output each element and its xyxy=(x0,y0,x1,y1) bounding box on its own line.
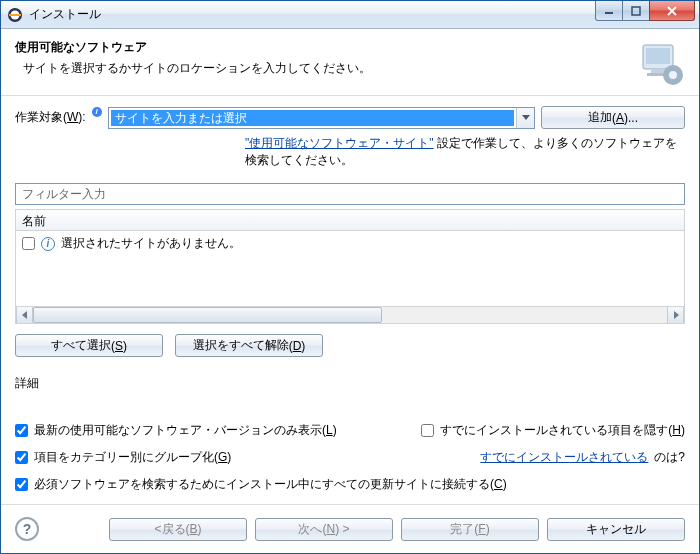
group-by-category-label: 項目をカテゴリー別にグループ化(G) xyxy=(34,449,231,466)
next-button[interactable]: 次へ(N) > xyxy=(255,518,393,541)
header-subtitle: サイトを選択するかサイトのロケーションを入力してください。 xyxy=(23,60,637,77)
cancel-button[interactable]: キャンセル xyxy=(547,518,685,541)
work-with-value: サイトを入力または選択 xyxy=(111,110,514,126)
app-icon xyxy=(7,7,23,23)
minimize-button[interactable] xyxy=(595,1,623,21)
show-latest-label: 最新の使用可能なソフトウェア・バージョンのみ表示(L) xyxy=(34,422,337,439)
contact-all-sites-checkbox[interactable] xyxy=(15,478,28,491)
svg-rect-3 xyxy=(632,7,640,15)
svg-rect-6 xyxy=(651,69,665,73)
svg-rect-5 xyxy=(646,48,670,64)
chevron-down-icon[interactable] xyxy=(516,108,534,128)
maximize-button[interactable] xyxy=(622,1,650,21)
scroll-left-icon[interactable] xyxy=(16,307,33,323)
back-button[interactable]: < 戻る(B) xyxy=(109,518,247,541)
group-by-category-checkbox[interactable] xyxy=(15,451,28,464)
svg-point-9 xyxy=(669,71,677,79)
tree-row: i 選択されたサイトがありません。 xyxy=(22,235,678,252)
install-icon xyxy=(637,39,685,87)
help-button[interactable]: ? xyxy=(15,517,39,541)
select-all-button[interactable]: すべて選択(S) xyxy=(15,334,163,357)
work-with-label: 作業対象(W): xyxy=(15,109,86,126)
scroll-right-icon[interactable] xyxy=(667,307,684,323)
deselect-all-button[interactable]: 選択をすべて解除(D) xyxy=(175,334,323,357)
tree-body: i 選択されたサイトがありません。 xyxy=(15,231,685,307)
header-panel: 使用可能なソフトウェア サイトを選択するかサイトのロケーションを入力してください… xyxy=(1,29,699,96)
already-installed-link[interactable]: すでにインストールされている xyxy=(480,449,648,466)
header-title: 使用可能なソフトウェア xyxy=(15,39,637,56)
scroll-track[interactable] xyxy=(33,307,667,323)
hide-installed-label: すでにインストールされている項目を隠す(H) xyxy=(440,422,685,439)
info-badge-icon: i xyxy=(92,107,102,117)
tree-column-header: 名前 xyxy=(15,209,685,231)
tree-row-checkbox[interactable] xyxy=(22,237,35,250)
svg-rect-2 xyxy=(605,12,613,14)
filter-input[interactable]: フィルター入力 xyxy=(15,183,685,205)
hide-installed-checkbox[interactable] xyxy=(421,424,434,437)
horizontal-scrollbar[interactable] xyxy=(15,307,685,324)
info-icon: i xyxy=(41,237,55,251)
available-sites-link[interactable]: "使用可能なソフトウェア・サイト" xyxy=(245,136,434,150)
details-label: 詳細 xyxy=(15,375,685,392)
sites-hint: "使用可能なソフトウェア・サイト" 設定で作業して、より多くのソフトウェアを検索… xyxy=(15,135,685,169)
add-button[interactable]: 追加(A)... xyxy=(541,106,685,129)
show-latest-checkbox[interactable] xyxy=(15,424,28,437)
titlebar: インストール xyxy=(1,1,699,29)
tree-row-label: 選択されたサイトがありません。 xyxy=(61,235,241,252)
work-with-combo[interactable]: サイトを入力または選択 xyxy=(108,107,535,129)
contact-all-sites-label: 必須ソフトウェアを検索するためにインストール中にすべての更新サイトに接続する(C… xyxy=(34,476,507,493)
scroll-thumb[interactable] xyxy=(33,307,382,323)
close-button[interactable] xyxy=(649,1,695,21)
finish-button[interactable]: 完了(F) xyxy=(401,518,539,541)
